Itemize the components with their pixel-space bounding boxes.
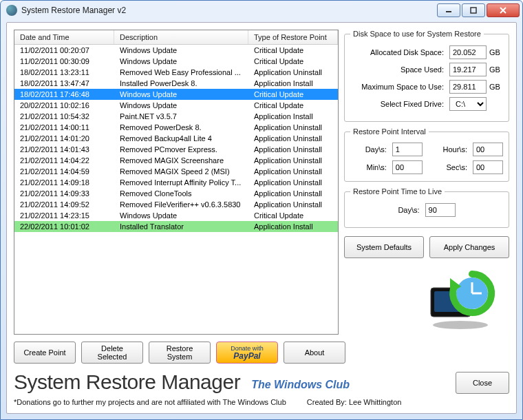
table-row[interactable]: 11/02/2011 00:20:07Windows UpdateCritica… <box>14 45 338 56</box>
cell-date: 18/02/2011 13:47:47 <box>14 78 114 88</box>
col-desc[interactable]: Description <box>114 30 248 44</box>
cell-type: Application Uninstall <box>248 67 338 77</box>
table-row[interactable]: 22/02/2011 10:01:02Installed TranslatorA… <box>14 221 338 232</box>
table-row[interactable]: 18/02/2011 13:47:47Installed PowerDesk 8… <box>14 78 338 89</box>
used-unit: GB <box>489 65 503 74</box>
table-row[interactable]: 21/02/2011 14:23:15Windows UpdateCritica… <box>14 210 338 221</box>
minimize-button[interactable] <box>437 3 460 17</box>
cell-desc: Removed FileVerifier++ v0.6.3.5830 <box>114 200 248 209</box>
table-row[interactable]: 11/02/2011 00:30:09Windows UpdateCritica… <box>14 56 338 67</box>
restore-points-table[interactable]: Date and Time Description Type of Restor… <box>14 30 339 335</box>
paypal-logo: PayPal <box>233 352 260 360</box>
cell-date: 21/02/2011 10:54:32 <box>14 112 114 121</box>
close-button[interactable]: Close <box>456 372 509 394</box>
cell-date: 18/02/2011 17:46:48 <box>14 90 114 99</box>
table-row[interactable]: 18/02/2011 17:46:48Windows UpdateCritica… <box>14 89 338 100</box>
interval-legend: Restore Point Interval <box>350 127 429 136</box>
system-defaults-button[interactable]: System Defaults <box>344 236 424 258</box>
cell-desc: Removed Web Easy Professional ... <box>114 67 248 77</box>
window-title: System Restore Manager v2 <box>21 6 437 15</box>
cell-date: 21/02/2011 14:09:52 <box>14 200 114 209</box>
cell-date: 21/02/2011 14:01:20 <box>14 134 114 143</box>
table-row[interactable]: 21/02/2011 14:09:33Removed CloneToolsApp… <box>14 188 338 199</box>
table-row[interactable]: 21/02/2011 14:09:18Removed Interrupt Aff… <box>14 177 338 188</box>
table-row[interactable]: 21/02/2011 14:04:59Removed MAGIX Speed 2… <box>14 166 338 177</box>
cell-type: Critical Update <box>248 101 338 110</box>
table-row[interactable]: 18/02/2011 13:23:11Removed Web Easy Prof… <box>14 67 338 78</box>
ttl-legend: Restore Point Time to Live <box>350 187 445 196</box>
close-window-button[interactable] <box>487 3 520 17</box>
apply-changes-button[interactable]: Apply Changes <box>429 236 509 258</box>
secs-input[interactable] <box>473 160 503 174</box>
maximize-button[interactable] <box>462 3 485 17</box>
hours-label: Hour\s: <box>428 145 467 154</box>
drive-select[interactable]: C:\ <box>449 97 487 111</box>
max-input[interactable] <box>449 80 487 94</box>
alloc-label: Allocated Disk Space: <box>350 48 447 56</box>
table-row[interactable]: 21/02/2011 14:00:11Removed PowerDesk 8.A… <box>14 122 338 133</box>
cell-type: Application Uninstall <box>248 134 338 143</box>
table-row[interactable]: 21/02/2011 14:01:20Removed Backup4all Li… <box>14 133 338 144</box>
cell-desc: Windows Update <box>114 211 248 220</box>
ttl-group: Restore Point Time to Live Day\s: <box>344 187 509 228</box>
cell-date: 21/02/2011 14:23:15 <box>14 211 114 220</box>
cell-date: 21/02/2011 14:01:43 <box>14 145 114 154</box>
create-point-button[interactable]: Create Point <box>14 342 76 364</box>
alloc-unit: GB <box>489 48 503 56</box>
mins-label: Min\s: <box>350 163 387 171</box>
cell-date: 21/02/2011 14:04:59 <box>14 167 114 176</box>
mins-input[interactable] <box>392 160 423 174</box>
cell-desc: Installed Translator <box>114 222 248 231</box>
titlebar[interactable]: System Restore Manager v2 <box>1 1 522 20</box>
cell-date: 18/02/2011 13:23:11 <box>14 67 114 77</box>
used-label: Space Used: <box>350 65 447 74</box>
cell-date: 21/02/2011 14:09:33 <box>14 189 114 198</box>
cell-date: 22/02/2011 10:01:02 <box>14 222 114 231</box>
cell-type: Application Install <box>248 78 338 88</box>
bottom-button-bar: Create Point Delete Selected Restore Sys… <box>14 342 509 364</box>
cell-type: Application Uninstall <box>248 156 338 165</box>
cell-date: 11/02/2011 00:20:07 <box>14 45 114 55</box>
cell-type: Critical Update <box>248 56 338 66</box>
content-panel: Date and Time Description Type of Restor… <box>6 22 517 414</box>
cell-type: Application Uninstall <box>248 145 338 154</box>
svg-rect-1 <box>471 8 476 13</box>
col-type[interactable]: Type of Restore Point <box>248 30 338 44</box>
cell-date: 21/02/2011 14:00:11 <box>14 123 114 132</box>
window-controls <box>437 3 520 17</box>
disk-space-group: Disk Space to use for System Restore All… <box>344 30 509 122</box>
cell-type: Critical Update <box>248 211 338 220</box>
max-unit: GB <box>489 83 503 91</box>
cell-desc: Windows Update <box>114 101 248 110</box>
cell-type: Application Uninstall <box>248 167 338 176</box>
cell-desc: Paint.NET v3.5.7 <box>114 112 248 121</box>
app-name-logo: System Restore Manager <box>14 370 240 394</box>
app-icon <box>6 5 17 16</box>
days-input[interactable] <box>392 143 423 156</box>
cell-date: 11/02/2011 00:30:09 <box>14 56 114 66</box>
cell-desc: Windows Update <box>114 90 248 99</box>
cell-desc: Removed PowerDesk 8. <box>114 123 248 132</box>
table-row[interactable]: 21/02/2011 14:09:52Removed FileVerifier+… <box>14 199 338 210</box>
cell-type: Application Uninstall <box>248 189 338 198</box>
table-row[interactable]: 21/02/2011 14:01:43Removed PCmover Expre… <box>14 144 338 155</box>
svg-point-4 <box>433 321 488 329</box>
used-input[interactable] <box>449 63 487 76</box>
hours-input[interactable] <box>473 143 503 156</box>
table-row[interactable]: 21/02/2011 10:54:32Paint.NET v3.5.7Appli… <box>14 111 338 122</box>
col-date[interactable]: Date and Time <box>14 30 114 44</box>
donate-button[interactable]: Donate with PayPal <box>216 342 278 364</box>
table-row[interactable]: 21/02/2011 14:04:22Removed MAGIX Screens… <box>14 155 338 166</box>
ttl-days-label: Day\s: <box>398 206 422 214</box>
drive-label: Select Fixed Drive: <box>350 100 447 108</box>
restore-system-button[interactable]: Restore System <box>149 342 211 364</box>
about-button[interactable]: About <box>284 342 345 364</box>
delete-selected-button[interactable]: Delete Selected <box>81 342 143 364</box>
ttl-days-input[interactable] <box>425 203 456 217</box>
cell-date: 21/02/2011 14:09:18 <box>14 178 114 187</box>
table-body[interactable]: 11/02/2011 00:20:07Windows UpdateCritica… <box>14 45 338 334</box>
alloc-input[interactable] <box>449 45 487 59</box>
disk-space-legend: Disk Space to use for System Restore <box>350 30 484 38</box>
table-row[interactable]: 20/02/2011 10:02:16Windows UpdateCritica… <box>14 100 338 111</box>
max-label: Maximum Space to Use: <box>350 83 447 91</box>
